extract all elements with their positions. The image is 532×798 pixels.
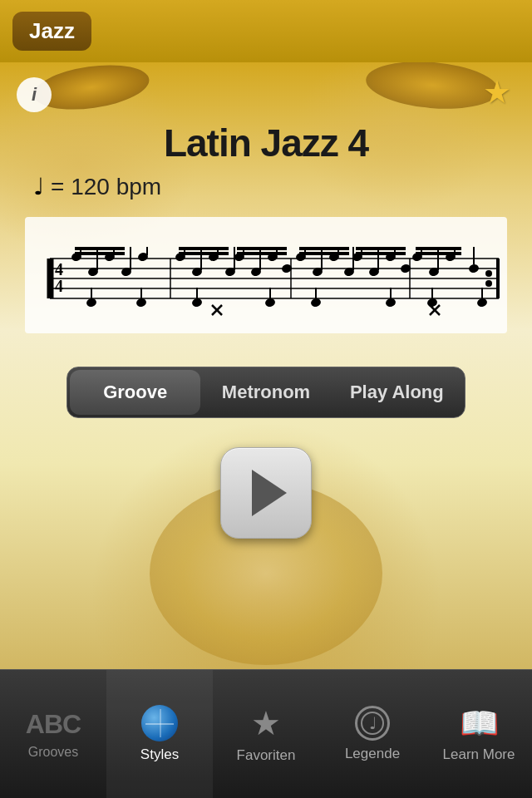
bpm-note-icon: ♩ [33, 175, 44, 199]
svg-rect-15 [75, 247, 125, 250]
svg-rect-57 [299, 252, 349, 255]
tab-grooves[interactable]: ABC Grooves [0, 670, 106, 798]
app-header: Jazz [0, 0, 532, 62]
info-icon: i [32, 84, 37, 106]
info-button[interactable]: i [17, 77, 52, 112]
svg-rect-59 [356, 252, 406, 255]
sheet-music: 4 4 [25, 217, 507, 333]
svg-rect-33 [179, 247, 229, 250]
tab-favoriten[interactable]: ★ Favoriten [213, 670, 319, 798]
star-tab-icon: ★ [251, 704, 281, 742]
groove-mode-button[interactable]: Groove [70, 370, 200, 415]
svg-rect-34 [179, 252, 229, 255]
tab-learn-more[interactable]: 📖 Learn More [426, 670, 532, 798]
svg-point-96 [485, 280, 492, 287]
tab-styles-label: Styles [140, 746, 179, 763]
groove-title: Latin Jazz 4 [0, 121, 532, 165]
bpm-value: = 120 bpm [51, 174, 161, 200]
svg-rect-58 [356, 247, 406, 250]
header-title-badge: Jazz [12, 12, 91, 51]
globe-icon [141, 705, 178, 741]
title-section: Latin Jazz 4 [0, 121, 532, 165]
svg-text:4: 4 [55, 277, 63, 295]
mode-selector: Groove Metronom Play Along [66, 367, 466, 418]
tab-bar: ABC Grooves Styles ★ Favoriten ♩ Legende… [0, 669, 532, 798]
tab-learn-more-label: Learn More [443, 746, 515, 763]
tab-legende[interactable]: ♩ Legende [319, 670, 426, 798]
tab-legende-label: Legende [345, 746, 400, 762]
favorite-button[interactable]: ★ [477, 72, 517, 112]
bpm-display: ♩ = 120 bpm [33, 174, 161, 200]
svg-text:4: 4 [55, 260, 63, 278]
svg-rect-56 [299, 247, 349, 250]
tab-favoriten-label: Favoriten [237, 747, 296, 764]
svg-point-95 [485, 270, 492, 277]
abc-icon: ABC [26, 709, 81, 740]
play-icon [252, 470, 287, 516]
play-button[interactable] [220, 447, 312, 539]
star-icon: ★ [483, 74, 511, 111]
content-overlay: i ★ Latin Jazz 4 ♩ = 120 bpm [0, 62, 532, 732]
tab-grooves-label: Grooves [28, 745, 78, 760]
metronom-mode-button[interactable]: Metronom [200, 370, 331, 415]
book-icon: 📖 [460, 705, 499, 741]
play-along-mode-button[interactable]: Play Along [332, 370, 462, 415]
music-notation: 4 4 [25, 217, 507, 333]
svg-rect-16 [75, 252, 125, 255]
note-symbol: ♩ [369, 713, 377, 733]
svg-point-89 [468, 264, 480, 274]
legend-icon: ♩ [355, 706, 390, 741]
header-title: Jazz [29, 18, 75, 43]
main-content: i ★ Latin Jazz 4 ♩ = 120 bpm [0, 62, 532, 732]
tab-styles[interactable]: Styles [106, 670, 213, 798]
